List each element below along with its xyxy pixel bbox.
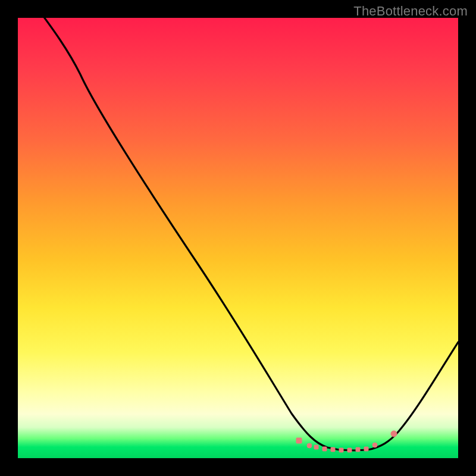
- svg-rect-5: [339, 448, 343, 452]
- svg-rect-7: [356, 447, 360, 452]
- svg-point-1: [307, 443, 312, 448]
- svg-rect-4: [331, 447, 335, 452]
- plot-area: [18, 18, 458, 458]
- bottleneck-curve: [36, 18, 458, 450]
- svg-point-10: [391, 431, 397, 437]
- svg-rect-6: [347, 448, 352, 452]
- svg-rect-0: [296, 438, 302, 443]
- chart-frame: TheBottleneck.com: [0, 0, 476, 476]
- svg-point-9: [372, 443, 377, 447]
- svg-rect-2: [314, 445, 318, 449]
- optimal-markers: [296, 431, 397, 452]
- svg-rect-8: [364, 447, 368, 451]
- curve-layer: [18, 18, 458, 458]
- watermark-text: TheBottleneck.com: [353, 4, 468, 19]
- svg-rect-3: [322, 447, 327, 451]
